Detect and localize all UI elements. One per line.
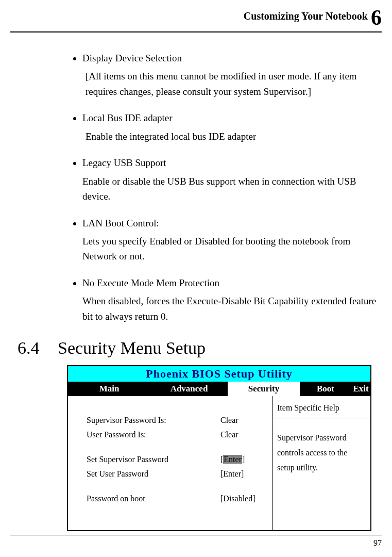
list-item: Legacy USB Support Enable or disable the… [82,155,377,204]
setting-value: [Enter] [220,469,244,479]
table-row: User Password Is: Clear [87,430,267,439]
bios-settings-panel: Supervisor Password Is: Clear User Passw… [68,396,272,530]
setting-value: Clear [220,416,238,425]
page-footer: 97 [10,535,382,548]
setting-label: Supervisor Password Is: [87,416,220,425]
setting-label: Password on boot [87,494,220,503]
bios-tabs: Main Advanced Security Boot Exit [68,382,370,396]
tab-exit: Exit [351,382,370,396]
section-number: 6.4 [18,338,58,358]
header-title: Customizing Your Notebook [244,10,368,22]
bullet-list: Display Device Selection [All items on t… [67,51,377,324]
table-row: Set User Password [Enter] [87,469,267,479]
item-desc: Enable or disable the USB Bus support wh… [82,174,377,204]
tab-main: Main [68,382,150,396]
item-title: No Execute Mode Mem Protection [82,275,377,290]
bios-help-panel: Item Specific Help Supervisor Password c… [272,396,370,530]
highlighted-value: Enter [223,455,242,464]
tab-boot: Boot [300,382,351,396]
table-row: Supervisor Password Is: Clear [87,416,267,425]
chapter-number: 6 [371,6,382,29]
item-desc: Lets you specify Enabled or Disabled for… [82,234,377,264]
section-title: Security Menu Setup [58,338,206,357]
page-number: 97 [373,538,382,547]
list-item: No Execute Mode Mem Protection When disa… [82,275,377,324]
help-title: Item Specific Help [273,396,370,418]
item-desc: Enable the integrated local bus IDE adap… [86,129,377,144]
setting-label: User Password Is: [87,430,220,439]
item-title: Legacy USB Support [82,155,377,170]
setting-label: Set User Password [87,469,220,479]
list-item: Display Device Selection [All items on t… [82,51,377,99]
help-body: Supervisor Password controls access to t… [273,418,370,479]
page-header: Customizing Your Notebook6 [10,5,382,32]
tab-security: Security [228,382,300,396]
setting-value: Clear [220,430,238,439]
bios-title: Phoenix BIOS Setup Utility [68,366,370,382]
item-title: LAN Boot Control: [82,216,377,231]
item-desc: When disabled, forces the Execute-Disabl… [82,293,377,324]
table-row: Set Supervisor Password [Enter] [87,455,267,464]
list-item: LAN Boot Control: Lets you specify Enabl… [82,216,377,264]
item-title: Display Device Selection [82,51,377,65]
list-item: Local Bus IDE adapter Enable the integra… [82,110,377,144]
item-desc: [All items on this menu cannot be modifi… [86,69,377,99]
bios-setup-screenshot: Phoenix BIOS Setup Utility Main Advanced… [67,365,371,531]
setting-value: [Disabled] [220,494,255,503]
section-heading: 6.4Security Menu Setup [18,338,382,358]
setting-label: Set Supervisor Password [87,455,220,464]
item-title: Local Bus IDE adapter [82,110,377,125]
setting-value: [Enter] [220,455,245,464]
tab-advanced: Advanced [150,382,228,396]
table-row: Password on boot [Disabled] [87,494,267,503]
